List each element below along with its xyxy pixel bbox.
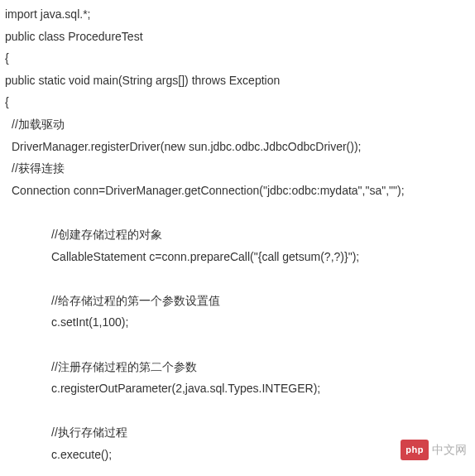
- code-line: Connection conn=DriverManager.getConnect…: [5, 180, 470, 202]
- blank-line: [5, 267, 470, 290]
- watermark: php 中文网: [401, 439, 467, 461]
- code-line: public class ProcedureTest: [5, 26, 470, 48]
- code-comment: //加载驱动: [5, 113, 470, 136]
- blank-line: [5, 400, 470, 422]
- code-comment: //获得连接: [5, 157, 470, 180]
- code-line: import java.sql.*;: [5, 3, 470, 26]
- code-comment: //创建存储过程的对象: [5, 224, 470, 246]
- blank-line: [5, 201, 470, 224]
- blank-line: [5, 465, 470, 476]
- code-block: import java.sql.*; public class Procedur…: [5, 3, 470, 476]
- code-comment: //注册存储过程的第二个参数: [5, 356, 470, 378]
- watermark-text: 中文网: [432, 439, 467, 461]
- code-line: {: [5, 47, 470, 70]
- code-line: c.setInt(1,100);: [5, 311, 470, 334]
- code-line: {: [5, 91, 470, 113]
- watermark-badge: php: [401, 440, 429, 460]
- code-comment: //给存储过程的第一个参数设置值: [5, 290, 470, 312]
- code-line: DriverManager.registerDriver(new sun.jdb…: [5, 136, 470, 158]
- code-line: c.registerOutParameter(2,java.sql.Types.…: [5, 377, 470, 400]
- code-line: public static void main(String args[]) t…: [5, 70, 470, 92]
- code-line: CallableStatement c=conn.prepareCall("{c…: [5, 246, 470, 268]
- blank-line: [5, 334, 470, 356]
